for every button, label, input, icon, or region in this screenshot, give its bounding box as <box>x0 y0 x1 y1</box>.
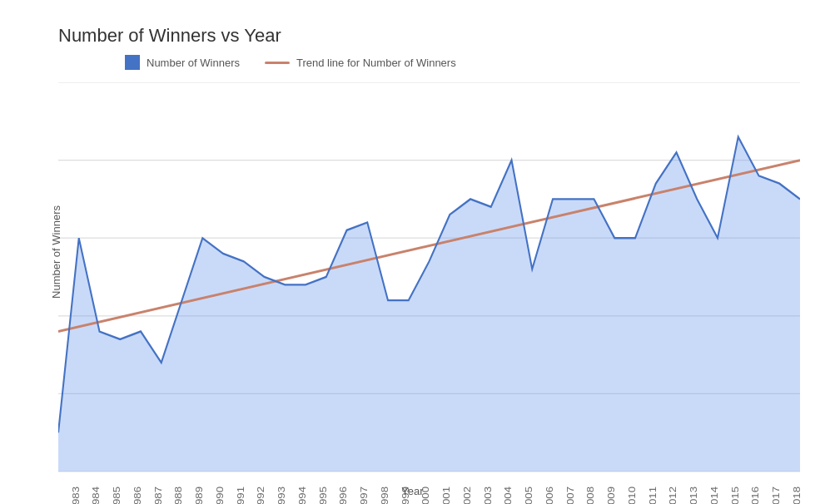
x-tick-label: 1988 <box>173 487 184 504</box>
x-tick-label: 1984 <box>91 487 102 504</box>
x-tick-label: 1980 <box>58 487 61 504</box>
legend: Number of Winners Trend line for Number … <box>125 55 800 70</box>
x-tick-label: 2013 <box>688 487 699 504</box>
legend-series-box <box>125 55 140 70</box>
legend-trend: Trend line for Number of Winners <box>265 57 456 69</box>
legend-trend-label: Trend line for Number of Winners <box>296 57 456 69</box>
x-tick-label: 2016 <box>750 487 761 504</box>
y-axis-label: Number of Winners <box>50 205 62 299</box>
x-tick-label: 1991 <box>236 487 246 504</box>
x-tick-label: 2008 <box>585 487 596 504</box>
x-tick-label: 1983 <box>71 487 82 504</box>
x-tick-label: 2003 <box>483 487 494 504</box>
x-tick-label: 2014 <box>709 487 720 504</box>
legend-series-label: Number of Winners <box>147 57 240 69</box>
x-tick-label: 2001 <box>441 487 452 504</box>
x-tick-label: 2006 <box>544 487 555 504</box>
x-tick-label: 2009 <box>606 487 617 504</box>
x-tick-label: 2017 <box>771 487 782 504</box>
x-tick-label: 2011 <box>648 487 659 504</box>
x-axis-label: Year <box>401 485 423 497</box>
x-tick-label: 1985 <box>112 487 122 504</box>
chart-container: Number of Winners vs Year Number of Winn… <box>0 0 825 504</box>
x-tick-label: 1993 <box>276 487 287 504</box>
x-tick-label: 2015 <box>730 487 741 504</box>
legend-trend-line <box>265 62 290 64</box>
x-tick-label: 2018 <box>792 487 800 504</box>
x-tick-label: 1992 <box>256 487 266 504</box>
x-tick-label: 2012 <box>668 487 678 504</box>
x-tick-label: 2004 <box>503 487 514 504</box>
x-tick-label: 2005 <box>524 487 534 504</box>
x-tick-label: 1998 <box>380 487 390 504</box>
x-tick-label: 1996 <box>338 487 349 504</box>
x-tick-label: 1995 <box>318 487 329 504</box>
x-tick-label: 1987 <box>153 487 164 504</box>
x-tick-label: 1997 <box>359 487 370 504</box>
x-tick-label: 1986 <box>132 487 143 504</box>
chart-svg: 0 10 20 30 40 50 19801983198419851986198… <box>58 82 800 504</box>
x-tick-label: 1994 <box>297 487 308 504</box>
x-tick-label: 2002 <box>462 487 473 504</box>
x-tick-label: 2010 <box>627 487 638 504</box>
chart-title: Number of Winners vs Year <box>58 25 800 47</box>
x-tick-label: 1990 <box>215 487 226 504</box>
legend-series: Number of Winners <box>125 55 240 70</box>
x-tick-label: 1989 <box>194 487 205 504</box>
x-tick-label: 2007 <box>565 487 576 504</box>
